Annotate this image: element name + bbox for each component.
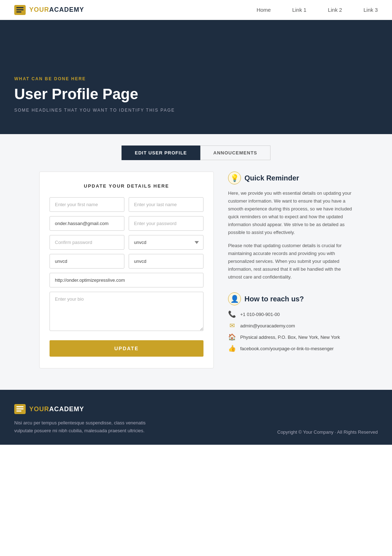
contact-email: ✉ admin@youracademy.com <box>228 322 353 330</box>
password-col <box>129 216 203 231</box>
brand-academy: ACADEMY <box>49 6 84 13</box>
footer-brand-academy: ACADEMY <box>49 405 84 413</box>
nav-home[interactable]: Home <box>257 7 271 13</box>
dropdown-select[interactable]: unvcd <box>129 235 203 250</box>
last-name-input[interactable] <box>129 197 203 212</box>
hero-title: User Profile Page <box>14 86 378 103</box>
sidebar: 💡 Quick Reminder Here, we provide you wi… <box>228 172 353 368</box>
contact-icon: 👤 <box>228 292 241 305</box>
svg-rect-4 <box>16 408 24 409</box>
field1-col <box>50 254 124 269</box>
brand-icon <box>14 5 26 15</box>
footer-brand: YOURACADEMY <box>14 404 164 414</box>
brand-logo[interactable]: YOURACADEMY <box>14 5 84 15</box>
phone-text: +1 010-090-901-00 <box>240 312 280 317</box>
contact-phone: 📞 +1 010-090-901-00 <box>228 310 353 318</box>
footer-brand-icon <box>14 404 26 414</box>
last-name-col <box>129 197 203 212</box>
hero-section: WHAT CAN BE DONE HERE User Profile Page … <box>0 20 392 134</box>
update-button[interactable]: UPDATE <box>50 340 203 357</box>
email-input[interactable] <box>50 216 124 231</box>
confirm-password-input[interactable] <box>50 235 124 250</box>
footer-desc: Nisi arcu per tempus pellentesque suspen… <box>14 419 164 435</box>
brand-your: YOUR <box>29 6 49 13</box>
footer-brand-your: YOUR <box>29 405 49 413</box>
svg-rect-0 <box>16 7 24 8</box>
confirm-password-col <box>50 235 124 250</box>
first-name-col <box>50 197 124 212</box>
hero-desc: SOME HEADLINES THAT YOU WANT TO IDENTIFY… <box>14 108 378 113</box>
field1-input[interactable] <box>50 254 124 269</box>
reminder-title: Quick Reminder <box>244 174 299 182</box>
field2-col <box>129 254 203 269</box>
email-text: admin@youracademy.com <box>240 323 295 328</box>
tab-edit-profile[interactable]: EDIT USER PROFILE <box>122 146 200 160</box>
nav-link2[interactable]: Link 2 <box>328 7 342 13</box>
footer: YOURACADEMY Nisi arcu per tempus pellent… <box>0 390 392 445</box>
nav-link1[interactable]: Link 1 <box>292 7 306 13</box>
dropdown-col: unvcd <box>129 235 203 250</box>
email-col <box>50 216 124 231</box>
contact-box: 👤 How to reach us? 📞 +1 010-090-901-00 ✉… <box>228 292 353 352</box>
two-fields-row <box>50 254 203 269</box>
contact-header: 👤 How to reach us? <box>228 292 353 305</box>
bio-textarea[interactable] <box>50 292 203 331</box>
field2-input[interactable] <box>129 254 203 269</box>
website-row <box>50 273 203 287</box>
form-card-title: UPDATE YOUR DETAILS HERE <box>50 183 203 189</box>
main-content: UPDATE YOUR DETAILS HERE unvcd <box>0 160 392 390</box>
phone-icon: 📞 <box>228 310 236 318</box>
bulb-icon: 💡 <box>228 172 241 184</box>
bio-col <box>50 292 203 332</box>
confirm-dropdown-row: unvcd <box>50 235 203 250</box>
name-row <box>50 197 203 212</box>
nav-link3[interactable]: Link 3 <box>363 7 378 13</box>
bio-row <box>50 292 203 332</box>
email-icon: ✉ <box>228 322 236 330</box>
password-input[interactable] <box>129 216 203 231</box>
tabs-bar: EDIT USER PROFILE ANNOUCEMENTS <box>0 134 392 160</box>
footer-left: YOURACADEMY Nisi arcu per tempus pellent… <box>14 404 164 435</box>
email-password-row <box>50 216 203 231</box>
hero-subtitle: WHAT CAN BE DONE HERE <box>14 76 378 81</box>
facebook-icon: 👍 <box>228 345 236 352</box>
edit-profile-form-card: UPDATE YOUR DETAILS HERE unvcd <box>39 172 214 368</box>
website-input[interactable] <box>50 273 203 287</box>
nav-links: Home Link 1 Link 2 Link 3 <box>257 7 378 13</box>
svg-rect-2 <box>16 11 21 12</box>
address-icon: 🏠 <box>228 333 236 341</box>
facebook-text: facebook.com/yourpage-or-link-to-messeng… <box>240 346 334 351</box>
contact-address: 🏠 Physical address, P.O. Box, New York, … <box>228 333 353 341</box>
address-text: Physical address, P.O. Box, New York, Ne… <box>240 335 340 340</box>
contact-title: How to reach us? <box>244 295 304 303</box>
reminder-para2: Please note that updating customer detai… <box>228 242 353 281</box>
navbar: YOURACADEMY Home Link 1 Link 2 Link 3 <box>0 0 392 20</box>
footer-copyright: Copyright © Your Company · All Rights Re… <box>277 429 378 435</box>
quick-reminder-box: 💡 Quick Reminder Here, we provide you wi… <box>228 172 353 281</box>
reminder-header: 💡 Quick Reminder <box>228 172 353 184</box>
svg-rect-5 <box>16 410 21 412</box>
svg-rect-1 <box>16 9 24 10</box>
first-name-input[interactable] <box>50 197 124 212</box>
tab-announcements[interactable]: ANNOUCEMENTS <box>200 146 270 160</box>
website-col <box>50 273 203 287</box>
footer-inner: YOURACADEMY Nisi arcu per tempus pellent… <box>14 404 378 435</box>
reminder-para1: Here, we provide you with essential deta… <box>228 189 353 237</box>
svg-rect-3 <box>16 406 24 407</box>
contact-facebook: 👍 facebook.com/yourpage-or-link-to-messe… <box>228 345 353 352</box>
